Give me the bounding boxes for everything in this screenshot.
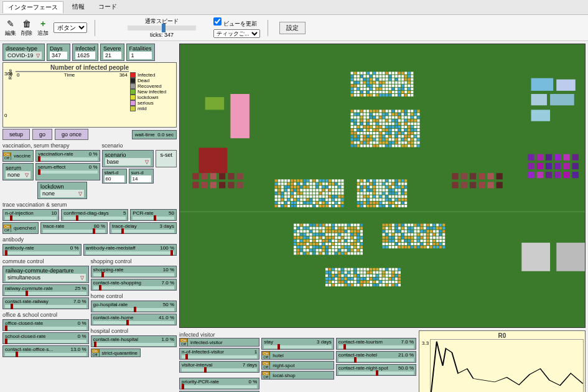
contact-rate-hospital-slider[interactable]: contact-rate-hospital1.0 % <box>91 335 177 347</box>
view-update-checkbox[interactable]: ビューを更新 <box>213 17 260 28</box>
infected-visitor-switch[interactable]: OnOffinfected-visitor <box>179 338 259 347</box>
contact-rate-office-slider[interactable]: contact-rate-office-s...13.0 % <box>2 345 89 357</box>
svg-rect-588 <box>291 202 293 204</box>
tab-code[interactable]: コード <box>93 1 122 13</box>
svg-rect-834 <box>354 230 357 233</box>
go-button[interactable]: go <box>32 129 52 140</box>
svg-rect-1162 <box>360 268 363 271</box>
svg-rect-1238 <box>373 278 375 280</box>
svg-rect-761 <box>376 205 378 207</box>
tab-interface[interactable]: インターフェース <box>2 1 63 13</box>
night-spot-switch[interactable]: OnOffnight-spot <box>261 361 334 370</box>
lockdown-chooser[interactable]: lockdownnone▽ <box>37 182 87 199</box>
pcr-rate-slider[interactable]: PCR-rate50 <box>130 209 177 221</box>
tab-info[interactable]: 情報 <box>67 1 90 13</box>
vaccination-rate-slider[interactable]: vaccination-rate0 % <box>35 150 100 162</box>
widget-type-select[interactable]: ボタン <box>54 22 87 33</box>
disease-type-chooser[interactable]: disease-type COVID-19▽ <box>2 44 45 61</box>
svg-rect-691 <box>357 192 360 195</box>
svg-rect-741 <box>363 202 366 204</box>
speed-slider[interactable] <box>128 26 196 30</box>
antibody-rate-slider[interactable]: antibody-rate0 % <box>2 244 82 256</box>
svg-rect-1208 <box>354 274 357 277</box>
confirmed-diag-days-slider[interactable]: confirmed-diag-days5 <box>61 209 128 221</box>
trace-rate-slider[interactable]: trace-rate80 % <box>40 222 108 234</box>
svg-rect-915 <box>332 243 334 245</box>
svg-rect-629 <box>363 179 366 182</box>
railway-commute-rate-slider[interactable]: railway-commute-rate25 % <box>2 284 89 296</box>
n-of-infected-visitor-slider[interactable]: n-of-infected-visitor1 <box>179 348 259 360</box>
scenario-chooser[interactable]: scenariobase▽ <box>102 150 154 167</box>
svg-rect-967 <box>357 249 360 251</box>
svg-rect-703 <box>395 192 398 195</box>
office-closed-rate-slider[interactable]: office-closed-rate0 % <box>2 319 89 331</box>
svg-rect-1297 <box>210 173 217 179</box>
edit-button[interactable]: ✎編集 <box>5 19 16 37</box>
svg-rect-678 <box>366 189 369 192</box>
local-shop-switch[interactable]: OnOfflocal-shop <box>261 371 334 380</box>
svg-rect-1129 <box>439 243 442 245</box>
contact-rate-hotel-slider[interactable]: contact-rate-hotel21.0 % <box>336 351 416 363</box>
svg-rect-620 <box>322 205 325 207</box>
svg-rect-1088 <box>436 236 439 239</box>
svg-rect-1337 <box>531 78 554 91</box>
quenched-switch[interactable]: OnOffquenched <box>2 222 39 234</box>
svg-rect-765 <box>389 205 391 207</box>
go-once-button[interactable]: go once <box>55 129 88 140</box>
settings-button[interactable]: 設定 <box>279 22 306 34</box>
n-of-injection-slider[interactable]: n-of-injection10 <box>2 209 59 221</box>
svg-rect-110 <box>366 88 369 90</box>
svg-rect-1184 <box>354 271 357 274</box>
svg-rect-352 <box>386 135 388 138</box>
visitor-interval-slider[interactable]: visitor-interval7 days <box>179 361 259 373</box>
svg-rect-925 <box>294 246 296 248</box>
hotel-switch[interactable]: OnOffhotel <box>261 351 334 360</box>
contact-rate-home-slider[interactable]: contact-rate-home41.0 % <box>91 314 177 325</box>
svg-rect-616 <box>310 205 312 207</box>
serum-effect-slider[interactable]: serum-effect0 % <box>35 163 100 180</box>
svg-rect-867 <box>319 236 322 239</box>
svg-rect-945 <box>357 246 360 248</box>
svg-rect-215 <box>370 116 372 119</box>
svg-rect-839 <box>300 233 302 236</box>
svg-rect-1135 <box>395 246 398 248</box>
antibody-rate-medstaff-slider[interactable]: antibody-rate-medstaff100 % <box>83 244 177 256</box>
svg-rect-1336 <box>572 172 579 178</box>
contact-rate-railway-slider[interactable]: contact-rate-railway7.0 % <box>2 297 89 309</box>
stay-slider[interactable]: stay3 days <box>261 338 334 350</box>
strict-quarantine-switch[interactable]: OnOffstrict-quarantine <box>91 348 141 357</box>
s-set-button[interactable]: s-set <box>156 150 177 167</box>
svg-rect-1173 <box>395 268 398 271</box>
railway-commute-departure-chooser[interactable]: railway-commute-departuresimultaneous▽ <box>2 266 89 283</box>
contact-rate-tourism-slider[interactable]: contact-rate-tourism7.0 % <box>336 338 416 350</box>
priority-pcr-rate-slider[interactable]: priority-PCR-rate0 % <box>179 378 259 390</box>
svg-rect-79 <box>395 82 398 84</box>
sun-d-input[interactable]: sun-d14 <box>129 169 154 184</box>
shopping-rate-slider[interactable]: shopping-rate10 % <box>91 266 177 278</box>
trace-delay-slider[interactable]: trace-delay3 days <box>110 222 177 234</box>
svg-rect-402 <box>404 141 407 144</box>
serum-chooser[interactable]: serumnone▽ <box>2 163 34 180</box>
svg-rect-951 <box>306 249 309 251</box>
contact-rate-night-spot-slider[interactable]: contact-rate-night-spot50.0 % <box>336 364 416 376</box>
school-closed-rate-slider[interactable]: school-closed-rate0 % <box>2 332 89 344</box>
add-button[interactable]: +追加 <box>37 19 49 37</box>
svg-rect-1285 <box>370 284 372 286</box>
svg-rect-175 <box>383 110 385 112</box>
contact-rate-shopping-slider[interactable]: contact-rate-shopping7.0 % <box>91 279 177 291</box>
delete-button[interactable]: 🗑削除 <box>21 19 32 37</box>
svg-rect-682 <box>379 189 381 192</box>
svg-rect-550 <box>310 195 312 198</box>
go-hospital-rate-slider[interactable]: go-hospital-rate50 % <box>91 301 177 312</box>
svg-rect-304 <box>373 129 375 131</box>
svg-rect-252 <box>417 119 419 122</box>
svg-rect-19 <box>395 72 398 74</box>
setup-button[interactable]: setup <box>2 129 30 140</box>
world-view[interactable] <box>179 44 586 328</box>
view-mode-select[interactable]: ティックご... <box>213 29 260 38</box>
svg-rect-1120 <box>411 243 413 245</box>
start-d-input[interactable]: start-d60 <box>102 169 127 184</box>
vaccine-switch[interactable]: OnOffvaccine <box>2 150 34 162</box>
svg-rect-508 <box>316 189 319 192</box>
svg-rect-1269 <box>395 281 398 283</box>
